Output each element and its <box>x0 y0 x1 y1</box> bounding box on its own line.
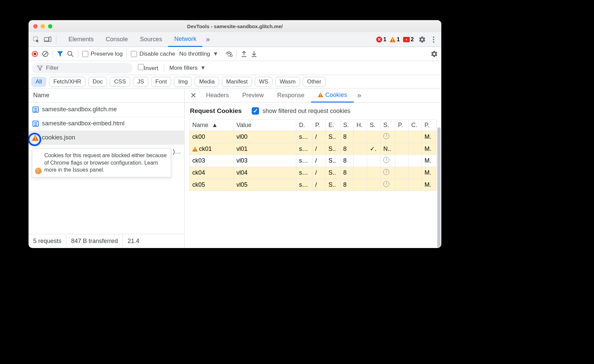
request-row[interactable]: samesite-sandbox-embed.html <box>29 117 184 131</box>
search-icon[interactable] <box>67 51 74 57</box>
svg-line-10 <box>44 52 47 56</box>
chip-css[interactable]: CSS <box>110 77 130 87</box>
svg-point-8 <box>433 41 434 43</box>
col-p3[interactable]: P. <box>422 120 437 131</box>
separator <box>53 50 53 58</box>
zoom-window-button[interactable] <box>48 24 52 28</box>
col-d[interactable]: D. <box>296 120 312 131</box>
svg-point-11 <box>68 51 72 55</box>
status-bar: 5 requests 847 B transferred 21.4 <box>29 234 184 248</box>
export-har-icon[interactable] <box>241 51 247 57</box>
close-window-button[interactable] <box>33 24 38 28</box>
more-filters-dropdown[interactable]: More filters▼ <box>169 65 206 71</box>
svg-rect-21 <box>195 148 195 149</box>
cookie-icon <box>35 168 42 174</box>
request-row[interactable]: cookies.json <box>29 131 184 145</box>
col-name[interactable]: Name ▲ <box>190 120 234 131</box>
filter-input[interactable]: Filter <box>32 63 133 73</box>
more-tabs-button[interactable]: » <box>202 32 213 47</box>
col-p[interactable]: P. <box>312 120 326 131</box>
record-button[interactable] <box>32 51 38 57</box>
preserve-log-checkbox[interactable]: Preserve log <box>82 51 122 57</box>
svg-rect-5 <box>392 41 393 42</box>
cookie-cell <box>381 155 395 167</box>
invert-checkbox[interactable]: Invert <box>138 64 158 72</box>
errors-badge[interactable]: ✕1 <box>376 37 386 43</box>
error-icon: ✕ <box>376 37 382 43</box>
chip-doc[interactable]: Doc <box>88 77 107 87</box>
col-p2[interactable]: P. <box>395 120 408 131</box>
tab-elements[interactable]: Elements <box>62 32 100 47</box>
throttling-select[interactable]: No throttling▼ <box>179 51 218 57</box>
issue-badges[interactable]: ✕1 1 •2 <box>376 37 414 43</box>
network-conditions-icon[interactable] <box>225 51 233 57</box>
name-column-header[interactable]: Name <box>29 88 184 103</box>
warnings-badge[interactable]: 1 <box>390 37 400 43</box>
cookie-cell: 8 <box>340 143 353 155</box>
scrollbar[interactable] <box>437 127 441 248</box>
main-tab-row: Elements Console Sources Network » ✕1 1 … <box>29 32 441 47</box>
device-toolbar-icon[interactable] <box>43 35 53 45</box>
show-filtered-checkbox[interactable]: ✓ show filtered out request cookies <box>252 107 350 115</box>
cookie-cell <box>354 143 367 155</box>
warning-icon <box>192 147 198 151</box>
chip-all[interactable]: All <box>31 77 46 87</box>
request-name: samesite-sandbox-embed.html <box>42 120 125 127</box>
cookie-cell <box>354 179 367 191</box>
chip-media[interactable]: Media <box>195 77 219 87</box>
disable-cache-checkbox[interactable]: Disable cache <box>131 51 175 57</box>
chip-wasm[interactable]: Wasm <box>275 77 300 87</box>
kebab-menu-icon[interactable] <box>429 35 439 45</box>
col-value[interactable]: Value <box>234 120 296 131</box>
clear-button[interactable] <box>42 51 49 57</box>
col-c[interactable]: C. <box>408 120 422 131</box>
chip-js[interactable]: JS <box>133 77 148 87</box>
chip-manifest[interactable]: Manifest <box>222 77 252 87</box>
svg-line-12 <box>71 55 73 57</box>
info-icon <box>383 157 389 163</box>
tab-sources[interactable]: Sources <box>134 32 168 47</box>
cookie-row[interactable]: ck05vl05s…/S..8M. <box>190 179 437 191</box>
chip-font[interactable]: Font <box>151 77 171 87</box>
more-detail-tabs-button[interactable]: » <box>354 88 364 103</box>
cookie-name-cell: ck00 <box>190 131 234 143</box>
request-name: cookies.json <box>42 134 75 141</box>
chip-fetch-xhr[interactable]: Fetch/XHR <box>49 77 86 87</box>
chip-img[interactable]: Img <box>174 77 192 87</box>
col-s[interactable]: S. <box>340 120 353 131</box>
detail-tab-cookies[interactable]: Cookies <box>311 88 354 103</box>
settings-icon[interactable] <box>417 35 427 45</box>
disable-cache-label: Disable cache <box>139 51 175 57</box>
tab-console[interactable]: Console <box>100 32 134 47</box>
cookie-cell: M. <box>422 131 437 143</box>
network-settings-icon[interactable] <box>431 50 438 58</box>
cookie-cell: / <box>312 143 326 155</box>
chip-ws[interactable]: WS <box>255 77 273 87</box>
import-har-icon[interactable] <box>251 51 257 57</box>
cookie-row[interactable]: ck00vl00s…/S..8M. <box>190 131 437 143</box>
tab-network[interactable]: Network <box>168 32 202 47</box>
messages-badge[interactable]: •2 <box>403 37 414 43</box>
col-s2[interactable]: S. <box>367 120 381 131</box>
cookie-cell: / <box>312 167 326 179</box>
detail-tab-preview[interactable]: Preview <box>236 88 270 103</box>
col-h[interactable]: H. <box>354 120 367 131</box>
preserve-log-label: Preserve log <box>91 51 122 57</box>
cookie-row[interactable]: ck01vl01s…/S..8✓.N..M. <box>190 143 437 155</box>
cookie-row[interactable]: ck03vl03s…/S..8M. <box>190 155 437 167</box>
cookie-name-cell: ck05 <box>190 179 234 191</box>
filter-toggle-icon[interactable] <box>57 51 63 57</box>
col-s3[interactable]: S. <box>381 120 395 131</box>
cookie-cell: s… <box>296 167 312 179</box>
throttling-label: No throttling <box>179 51 210 57</box>
status-requests: 5 requests <box>29 234 66 248</box>
inspect-element-icon[interactable] <box>31 35 41 45</box>
request-row[interactable]: samesite-sandbox.glitch.me <box>29 103 184 117</box>
detail-tab-headers[interactable]: Headers <box>199 88 236 103</box>
chip-other[interactable]: Other <box>303 77 326 87</box>
detail-tab-response[interactable]: Response <box>270 88 311 103</box>
minimize-window-button[interactable] <box>41 24 45 28</box>
col-e[interactable]: E. <box>326 120 340 131</box>
close-detail-button[interactable]: ✕ <box>187 89 199 102</box>
cookie-row[interactable]: ck04vl04s…/S..8M. <box>190 167 437 179</box>
